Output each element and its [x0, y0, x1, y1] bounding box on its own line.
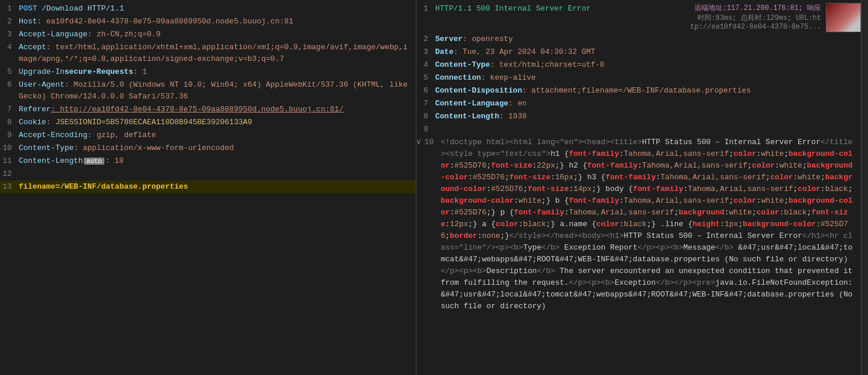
- request-line-2: 2Host: ea10fd42-8e04-4378-8e75-09aa80899…: [0, 15, 416, 28]
- html-token: Tahoma,Arial,sans-serif: [660, 173, 765, 182]
- response-line-9: 9: [416, 123, 861, 136]
- html-token: font-family: [633, 185, 683, 193]
- token: : application/x-www-form-urlencoded: [74, 144, 234, 152]
- line-number: 4: [0, 42, 19, 53]
- html-token: }: [560, 161, 564, 170]
- html-token: font-family: [569, 149, 619, 158]
- html-token: background: [679, 208, 724, 217]
- html-token: <pre>: [693, 278, 716, 287]
- html-token: #525D76: [455, 208, 487, 217]
- html-token: </p>: [674, 278, 692, 287]
- line-number: 7: [416, 98, 435, 110]
- line-content: Content-Type: text/html;charset=utf-8: [435, 59, 861, 71]
- html-token: ;: [820, 173, 825, 182]
- html-token: :: [445, 220, 450, 229]
- html-token: ;: [541, 196, 546, 205]
- html-token: <title>: [610, 138, 642, 146]
- html-token: none: [482, 231, 500, 240]
- html-token: }: [546, 196, 551, 205]
- response-meta: 远端地址:117.21.200.176:81; 响应时间:83ms; 总耗时:1…: [638, 3, 826, 31]
- html-token: HTTP Status 500 – Internal Server Error: [624, 231, 802, 240]
- html-token: ;: [802, 161, 807, 170]
- request-panel: 1POST /Download HTTP/1.12Host: ea10fd42-…: [0, 0, 416, 375]
- response-panel: 1HTTP/1.1 500 Internal Server Error远端地址:…: [416, 0, 861, 375]
- response-line-10: ∨10<!doctype html><html lang="en"><head>…: [416, 136, 861, 313]
- html-token: border: [450, 231, 477, 240]
- html-token: :: [518, 220, 523, 229]
- html-token: font-size: [528, 185, 569, 193]
- token: HTTP/1.1 500 Internal Server Error: [435, 4, 591, 13]
- html-token: ;: [793, 185, 798, 193]
- html-token: Tahoma,Arial,sans-serif: [624, 196, 729, 205]
- token: Content-Length: [19, 156, 83, 165]
- html-token: :: [477, 231, 482, 240]
- html-token: <html lang="en">: [509, 138, 582, 146]
- response-line-5: 5Connection: keep-alive: [416, 71, 861, 84]
- html-token: Tahoma,Arial,sans-serif: [624, 149, 729, 158]
- token: Accept: [19, 43, 46, 52]
- html-token: height: [693, 220, 720, 229]
- html-token: ;: [592, 185, 596, 193]
- line-content: Content-Lengthauto: 18: [19, 155, 416, 167]
- html-token: :: [820, 185, 825, 193]
- html-token: color: [752, 161, 775, 170]
- line-number: 9: [416, 124, 435, 135]
- line-content: Connection: keep-alive: [435, 72, 861, 84]
- html-token: ;: [738, 220, 743, 229]
- expand-icon[interactable]: ∨: [416, 137, 421, 148]
- token: Content-Disposition: [435, 86, 522, 95]
- html-token: {: [592, 220, 596, 229]
- token: Content-Type: [19, 144, 74, 152]
- html-token: #525D76: [473, 173, 505, 182]
- html-token: ;: [445, 231, 450, 240]
- html-token: </b>: [537, 267, 555, 275]
- html-token: }: [596, 185, 601, 193]
- request-line-11: 11Content-Lengthauto: 18: [0, 155, 416, 168]
- html-token: Exception Report: [560, 243, 638, 252]
- line-content: Accept-Encoding: gzip, deflate: [19, 129, 416, 141]
- html-token: <p>: [587, 278, 601, 287]
- html-token: :: [514, 196, 518, 205]
- html-token: color: [496, 220, 518, 229]
- token: JSESSIONID=5B5786ECAEA110D8B945BE3920613…: [55, 118, 252, 127]
- html-token: <!doctype html>: [440, 138, 509, 146]
- line-number: 8: [416, 111, 435, 122]
- line-content: Date: Tue, 23 Apr 2024 04:30:32 GMT: [435, 46, 861, 58]
- response-line-4: 4Content-Type: text/html;charset=utf-8: [416, 59, 861, 71]
- line-content: Upgrade-Insecure-Requests: 1: [19, 66, 416, 78]
- html-token: #525D76: [455, 161, 487, 170]
- token: User-Agent: [19, 80, 65, 89]
- token: Content-Type: [435, 60, 490, 69]
- scrollbar-track[interactable]: [861, 0, 868, 375]
- token: : attachment;filename=/WEB-INF/database.…: [522, 86, 751, 95]
- html-token: font-size: [509, 173, 550, 182]
- html-token: {: [491, 220, 496, 229]
- response-url: tp://ea10fd42-8e04-4378-8e75...: [690, 23, 821, 31]
- html-token: :: [656, 173, 660, 182]
- response-line-3: 3Date: Tue, 23 Apr 2024 04:30:32 GMT: [416, 46, 861, 59]
- response-line-7: 7Content-Language: en: [416, 97, 861, 110]
- html-token: :: [619, 149, 624, 158]
- auto-badge: auto: [84, 158, 104, 165]
- html-token: Tahoma,Arial,sans-serif: [569, 208, 674, 217]
- line-content: Content-Disposition: attachment;filename…: [435, 85, 861, 97]
- html-token: white: [779, 161, 802, 170]
- html-token: 1px: [724, 220, 738, 229]
- html-token: :: [724, 208, 729, 217]
- html-token: :: [551, 173, 555, 182]
- request-line-10: 10Content-Type: application/x-www-form-u…: [0, 142, 416, 155]
- html-token: ;: [523, 185, 528, 193]
- status-line: HTTP/1.1 500 Internal Server Error: [435, 3, 638, 15]
- html-token: <p>: [459, 267, 473, 275]
- html-token: #525D76: [491, 185, 523, 193]
- html-token: font-family: [605, 173, 656, 182]
- html-token: </p>: [569, 278, 587, 287]
- html-token: }: [473, 220, 477, 229]
- request-line-3: 3Accept-Language: zh-CN,zh;q=0.9: [0, 28, 416, 41]
- html-token: Type: [523, 243, 541, 252]
- html-token: ;: [752, 208, 757, 217]
- html-token: :: [468, 173, 473, 182]
- line-number: 11: [0, 155, 19, 167]
- line-number: 12: [0, 168, 19, 180]
- html-token: h3: [582, 173, 601, 182]
